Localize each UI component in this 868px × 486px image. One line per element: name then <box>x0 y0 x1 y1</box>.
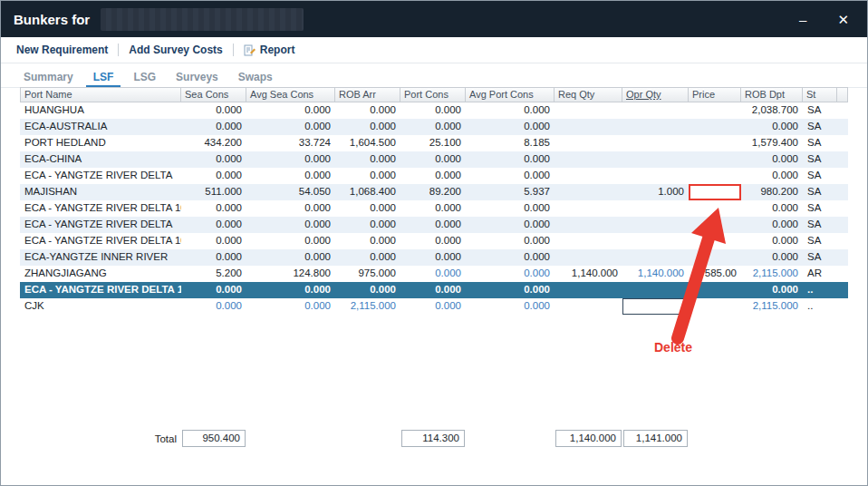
cell-st: SA <box>803 233 837 249</box>
tab-swaps[interactable]: Swaps <box>231 66 280 87</box>
column-header-rob-dpt[interactable]: ROB Dpt <box>741 87 803 102</box>
cell-port-cons: 0.000 <box>400 119 466 135</box>
cell-avg-sea-cons: 0.000 <box>246 298 335 315</box>
cell-sea-cons: 434.200 <box>181 135 246 151</box>
cell-port-name: ECA - YANGTZE RIVER DELTA <box>20 168 181 184</box>
cell-avg-sea-cons: 0.000 <box>246 102 335 119</box>
cell-rob-dpt: 2,115.000 <box>741 266 803 282</box>
total-opr-qty: 1,141.000 <box>623 430 688 447</box>
column-header-opr-qty[interactable]: Opr Qty <box>622 87 689 102</box>
tab-lsf[interactable]: LSF <box>86 66 121 87</box>
cell-avg-port-cons: 0.000 <box>466 249 555 266</box>
cell-price[interactable] <box>689 184 741 200</box>
column-header-avg-port-cons[interactable]: Avg Port Cons <box>466 87 555 102</box>
cell-avg-port-cons: 0.000 <box>466 233 555 249</box>
cell-avg-sea-cons: 0.000 <box>246 217 335 233</box>
cell-st: SA <box>803 249 837 266</box>
cell-rob-arr: 0.000 <box>335 233 400 249</box>
tab-lsg[interactable]: LSG <box>126 66 163 87</box>
table-row-eca-yangtze-river-delta[interactable]: ECA - YANGTZE RIVER DELTA0.0000.0000.000… <box>20 168 848 184</box>
column-header-port-cons[interactable]: Port Cons <box>400 87 466 102</box>
cell-rob-dpt: 980.200 <box>741 184 803 200</box>
column-header-port-name[interactable]: Port Name <box>20 87 181 102</box>
cell-rob-arr: 0.000 <box>335 151 400 168</box>
cell-port-name: PORT HEDLAND <box>20 135 181 151</box>
table-row-eca-australia[interactable]: ECA-AUSTRALIA0.0000.0000.0000.0000.0000.… <box>20 119 848 135</box>
cell-rob-arr: 0.000 <box>335 282 400 298</box>
cell-req-qty <box>555 119 622 135</box>
report-icon <box>244 44 256 56</box>
cell-req-qty <box>555 249 622 266</box>
cell-price <box>689 135 741 151</box>
cell-rob-arr: 0.000 <box>335 168 400 184</box>
cell-rob-arr: 975.000 <box>335 266 400 282</box>
cell-avg-port-cons: 0.000 <box>466 200 555 217</box>
cell-sea-cons: 5.200 <box>181 266 246 282</box>
tabs: SummaryLSFLSGSurveysSwaps <box>1 63 867 88</box>
cell-avg-port-cons: 0.000 <box>466 266 555 282</box>
totals-row: Total 950.400 114.300 1,140.000 1,141.00… <box>20 430 689 447</box>
table-row-majishan[interactable]: MAJISHAN511.00054.0501,068.40089.2005.93… <box>20 184 848 200</box>
cell-opr-qty <box>622 102 689 119</box>
table-row-eca-yangtze-inner-river[interactable]: ECA-YANGTZE INNER RIVER0.0000.0000.0000.… <box>20 249 848 266</box>
cell-avg-sea-cons: 0.000 <box>246 282 335 298</box>
cell-port-name: CJK <box>20 298 181 315</box>
cell-rob-arr: 1,604.500 <box>335 135 400 151</box>
tab-summary[interactable]: Summary <box>16 66 81 87</box>
tab-surveys[interactable]: Surveys <box>169 66 226 87</box>
cell-avg-sea-cons: 33.724 <box>246 135 335 151</box>
table-row-eca-yangtze-river-delta-10[interactable]: ECA - YANGTZE RIVER DELTA 10(0.0000.0000… <box>20 282 848 298</box>
add-survey-costs-link[interactable]: Add Survey Costs <box>129 44 222 56</box>
minimize-button[interactable]: – <box>799 13 806 26</box>
cell-port-name: HUANGHUA <box>20 102 181 119</box>
cell-port-cons: 0.000 <box>400 298 466 315</box>
column-header-rob-arr[interactable]: ROB Arr <box>335 87 400 102</box>
column-header-sea-cons[interactable]: Sea Cons <box>181 87 246 102</box>
column-header-price[interactable]: Price <box>689 87 741 102</box>
cell-port-cons: 0.000 <box>400 151 466 168</box>
cell-port-cons: 0.000 <box>400 282 466 298</box>
cell-opr-qty[interactable] <box>622 298 689 315</box>
cell-rob-dpt: 2,038.700 <box>741 102 803 119</box>
cell-price <box>689 298 741 315</box>
report-link[interactable]: Report <box>244 44 295 56</box>
column-header-req-qty[interactable]: Req Qty <box>555 87 622 102</box>
cell-port-name: ECA - YANGTZE RIVER DELTA 10( <box>20 233 181 249</box>
cell-sea-cons: 0.000 <box>181 119 246 135</box>
table-row-eca-china[interactable]: ECA-CHINA0.0000.0000.0000.0000.0000.000S… <box>20 151 848 168</box>
cell-rob-dpt: 0.000 <box>741 282 803 298</box>
cell-port-cons: 0.000 <box>400 233 466 249</box>
cell-port-name: ECA-YANGTZE INNER RIVER <box>20 249 181 266</box>
table-row-zhangjiagang[interactable]: ZHANGJIAGANG5.200124.800975.0000.0000.00… <box>20 266 848 282</box>
cell-sea-cons: 511.000 <box>181 184 246 200</box>
table-row-cjk[interactable]: CJK0.0000.0002,115.0000.0000.0002,115.00… <box>20 298 848 315</box>
table-row-huanghua[interactable]: HUANGHUA0.0000.0000.0000.0000.0002,038.7… <box>20 102 848 119</box>
table-row-port-hedland[interactable]: PORT HEDLAND434.20033.7241,604.50025.100… <box>20 135 848 151</box>
cell-req-qty <box>555 298 622 315</box>
cell-rob-arr: 0.000 <box>335 217 400 233</box>
close-button[interactable]: ✕ <box>837 13 849 26</box>
cell-rob-dpt: 0.000 <box>741 200 803 217</box>
cell-sea-cons: 0.000 <box>181 233 246 249</box>
cell-rob-arr: 1,068.400 <box>335 184 400 200</box>
cell-opr-qty <box>622 151 689 168</box>
cell-avg-port-cons: 0.000 <box>466 168 555 184</box>
cell-port-cons: 0.000 <box>400 102 466 119</box>
column-header-avg-sea-cons[interactable]: Avg Sea Cons <box>246 87 335 102</box>
cell-rob-dpt: 0.000 <box>741 151 803 168</box>
cell-price <box>689 282 741 298</box>
table-row-eca-yangtze-river-delta[interactable]: ECA - YANGTZE RIVER DELTA0.0000.0000.000… <box>20 217 848 233</box>
table-row-eca-yangtze-river-delta-10[interactable]: ECA - YANGTZE RIVER DELTA 10(0.0000.0000… <box>20 233 848 249</box>
cell-price <box>689 233 741 249</box>
cell-avg-port-cons: 0.000 <box>466 217 555 233</box>
cell-price <box>689 102 741 119</box>
cell-req-qty <box>555 102 622 119</box>
new-requirement-link[interactable]: New Requirement <box>16 44 108 56</box>
column-header-st[interactable]: St <box>803 87 837 102</box>
cell-req-qty <box>555 200 622 217</box>
cell-price <box>689 168 741 184</box>
table-row-eca-yangtze-river-delta-10[interactable]: ECA - YANGTZE RIVER DELTA 10(0.0000.0000… <box>20 200 848 217</box>
cell-rob-dpt: 0.000 <box>741 119 803 135</box>
cell-sea-cons: 0.000 <box>181 102 246 119</box>
cell-sea-cons: 0.000 <box>181 249 246 266</box>
